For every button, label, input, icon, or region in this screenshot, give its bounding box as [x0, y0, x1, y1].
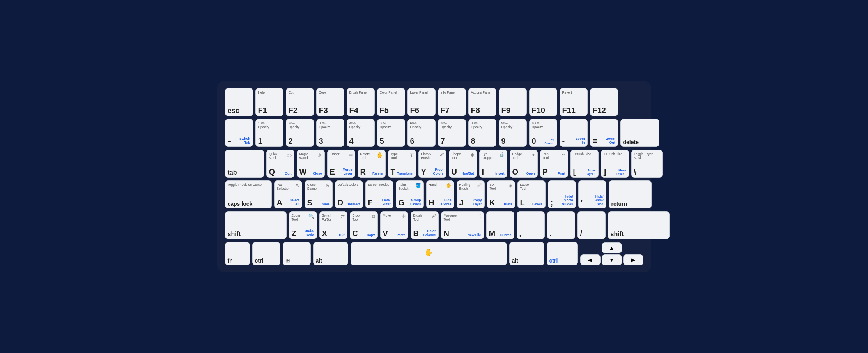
key-delete[interactable]: delete [620, 119, 659, 147]
key-e[interactable]: Eraser ▭ E MergeLayer [327, 150, 355, 178]
key-f3[interactable]: Copy F3 [316, 88, 344, 116]
key-k[interactable]: 3DTool ◈ K Prefs [487, 180, 515, 208]
key-f9[interactable]: F9 [499, 88, 527, 116]
move-icon: ✛ [402, 214, 406, 219]
key-y[interactable]: HistoryBrush 🖌 Y ProofColors [418, 150, 446, 178]
key-semicolon[interactable]: ; Hide/ShowGuides [548, 180, 576, 208]
key-return[interactable]: return [609, 180, 652, 208]
path-selection-icon: ↖ [296, 183, 299, 188]
key-esc[interactable]: esc [225, 88, 253, 116]
key-n[interactable]: MarqueeTool ⬚ N New File [441, 211, 484, 239]
key-f12[interactable]: F12 [590, 88, 618, 116]
key-alt-right[interactable]: alt [509, 242, 544, 265]
key-2[interactable]: 20%Opacity 2 [286, 119, 314, 147]
key-alt-left[interactable]: alt [313, 242, 348, 265]
eraser-icon: ▭ [348, 152, 353, 157]
key-w[interactable]: MagicWand ✳ W Close [297, 150, 325, 178]
windows-icon: ⊞ [285, 257, 290, 263]
key-bracket-close[interactable]: + Brush Size ] MoveLayer ↓ [601, 150, 629, 178]
key-7[interactable]: 70%Opacity 7 [438, 119, 466, 147]
rotate-icon: ✋ [376, 152, 383, 158]
key-f2[interactable]: Cut F2 [286, 88, 314, 116]
key-r[interactable]: RotateTool ✋ R Rulers [358, 150, 386, 178]
key-5[interactable]: 50%Opacity 5 [377, 119, 405, 147]
key-ctrl-left[interactable]: ctrl [252, 242, 280, 265]
key-capslock[interactable]: Toggle Precision Cursor caps lock [225, 180, 272, 208]
key-quote[interactable]: ' Hide/ShowGrid [578, 180, 606, 208]
key-minus[interactable]: - ZoomIn [560, 119, 588, 147]
key-f1[interactable]: Help F1 [255, 88, 283, 116]
type-icon: T [410, 152, 413, 158]
key-4[interactable]: 40%Opacity 4 [347, 119, 375, 147]
key-f11[interactable]: Revert F11 [560, 88, 588, 116]
key-arrow-up[interactable]: ▲ [602, 242, 622, 253]
key-f10[interactable]: F10 [529, 88, 557, 116]
key-1[interactable]: 10%Opacity 1 [255, 119, 283, 147]
key-f4[interactable]: Brush Panel F4 [347, 88, 375, 116]
key-ctrl-right[interactable]: ctrl [547, 242, 578, 265]
history-brush-icon: 🖌 [439, 152, 444, 157]
key-arrow-right[interactable]: ▶ [623, 254, 643, 265]
key-period[interactable]: . [547, 211, 575, 239]
key-f[interactable]: Screen Modes F LevelFilter [365, 180, 393, 208]
key-c[interactable]: CropTool ⧉ C Copy [350, 211, 378, 239]
key-t[interactable]: TypeTool T T Transform [388, 150, 416, 178]
lasso-icon: ⌒ [538, 183, 543, 189]
key-3[interactable]: 30%Opacity 3 [316, 119, 344, 147]
key-v[interactable]: Move ✛ V Paste [380, 211, 408, 239]
row-zxcv: shift ZoomTool 🔍 Z Undo/Redo SwitchFg/Bg… [225, 211, 643, 239]
dodge-icon: ● [532, 152, 535, 157]
key-fn[interactable]: fn [225, 242, 250, 265]
hand-tool-icon: ✋ [446, 183, 452, 188]
key-g[interactable]: PaintBucket 🪣 G GroupLayers [396, 180, 424, 208]
switch-fgbg-icon: ⇄ [341, 214, 345, 219]
key-q[interactable]: QuickMask ⬭ Q Quit [266, 150, 294, 178]
key-comma[interactable]: , [517, 211, 545, 239]
3d-tool-icon: ◈ [509, 183, 512, 188]
key-f7[interactable]: Info Panel F7 [438, 88, 466, 116]
key-j[interactable]: HealingBrush 🩹 J CopyLayer [457, 180, 485, 208]
key-i[interactable]: EyeDropper 🔬 I Invert [479, 150, 507, 178]
key-slash[interactable]: / [577, 211, 606, 239]
key-shift-right[interactable]: shift [608, 211, 670, 239]
key-tilde[interactable]: ~ SwitchTab [225, 119, 253, 147]
key-m[interactable]: M Curves [486, 211, 514, 239]
row-asdf: Toggle Precision Cursor caps lock PathSe… [225, 180, 643, 208]
key-tab[interactable]: tab [225, 150, 264, 178]
arrow-cluster: ▲ ◀ ▼ ▶ [580, 242, 643, 265]
key-6[interactable]: 60%Opacity 6 [407, 119, 436, 147]
pen-icon: ✒ [562, 152, 565, 157]
key-win[interactable]: ⊞ [283, 242, 311, 265]
key-arrow-down[interactable]: ▼ [602, 254, 622, 265]
key-arrow-left[interactable]: ◀ [580, 254, 601, 265]
key-x[interactable]: SwitchFg/Bg ⇄ X Cut [319, 211, 347, 239]
key-f6[interactable]: Layer Panel F6 [407, 88, 436, 116]
key-f8[interactable]: Actions Panel F8 [468, 88, 496, 116]
keyboard: esc Help F1 Cut F2 Copy F3 Brush Panel F… [217, 81, 651, 272]
key-p[interactable]: PenTool ✒ P Print [540, 150, 568, 178]
key-a[interactable]: PathSelection ↖ A SelectAll [274, 180, 302, 208]
key-8[interactable]: 80%Opacity 8 [468, 119, 496, 147]
key-f5[interactable]: Color Panel F5 [377, 88, 405, 116]
key-equals[interactable]: = ZoomOut [590, 119, 618, 147]
key-b[interactable]: BrushTool 🖌 B ColorBalance [411, 211, 439, 239]
key-space[interactable]: ✋ [351, 242, 507, 265]
key-o[interactable]: DodgeTool ● O Open [510, 150, 538, 178]
key-d[interactable]: Default Colors D Deselect [335, 180, 363, 208]
key-0[interactable]: 100%Opacity 0 FitScreen [529, 119, 557, 147]
row-qwerty: tab QuickMask ⬭ Q Quit MagicWand ✳ W Clo… [225, 150, 643, 178]
key-u[interactable]: ShapeTool ⬮ U Hue/Sat [449, 150, 477, 178]
key-s[interactable]: CloneStamp 🖱 S Save [305, 180, 333, 208]
key-9[interactable]: 90%Opacity 9 [499, 119, 527, 147]
key-l[interactable]: LassoTool ⌒ L Levels [517, 180, 546, 208]
row-bottom: fn ctrl ⊞ alt ✋ alt ctrl [225, 242, 643, 265]
key-backslash[interactable]: Toggle LayerMask \ [631, 150, 663, 178]
healing-brush-icon: 🩹 [477, 183, 482, 188]
brush-icon: 🖌 [432, 214, 436, 218]
key-shift-left[interactable]: shift [225, 211, 287, 239]
clone-stamp-icon: 🖱 [325, 183, 330, 188]
key-bracket-open[interactable]: - Brush Size [ MoveLayer ↑ [570, 150, 599, 178]
row-function: esc Help F1 Cut F2 Copy F3 Brush Panel F… [225, 88, 643, 116]
key-z[interactable]: ZoomTool 🔍 Z Undo/Redo [289, 211, 317, 239]
key-h[interactable]: Hand ✋ H HideExtras [426, 180, 454, 208]
